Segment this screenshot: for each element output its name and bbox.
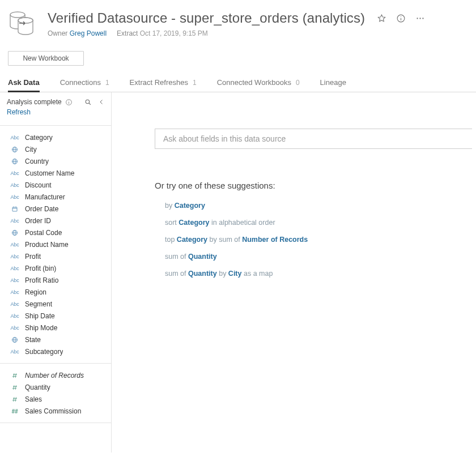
more-actions-icon[interactable] — [415, 13, 425, 23]
tab-label: Lineage — [320, 78, 346, 87]
calculated-type-icon — [10, 407, 19, 415]
field-item[interactable]: Quantity — [0, 381, 111, 393]
suggestion-text: by — [165, 202, 175, 210]
field-item[interactable]: Order Date — [0, 203, 111, 215]
toolbar: New Workbook — [0, 42, 476, 78]
divider — [0, 363, 111, 364]
svg-line-48 — [16, 409, 16, 413]
tab-connections[interactable]: Connections1 — [60, 78, 109, 92]
field-name: Category — [25, 134, 53, 142]
tab-ask-data[interactable]: Ask Data — [8, 78, 40, 92]
abc-type-icon: Abc — [10, 241, 19, 249]
field-item[interactable]: Sales — [0, 393, 111, 405]
owner-link[interactable]: Greg Powell — [70, 29, 107, 37]
field-item[interactable]: City — [0, 143, 111, 155]
abc-type-icon: Abc — [10, 324, 19, 332]
field-item[interactable]: AbcManufacturer — [0, 191, 111, 203]
field-name: Sales Commission — [25, 407, 81, 415]
field-name: Profit (bin) — [25, 265, 56, 272]
field-item[interactable]: AbcRegion — [0, 286, 111, 298]
field-item[interactable]: AbcCustomer Name — [0, 167, 111, 179]
field-name: Product Name — [25, 241, 69, 249]
ask-data-input[interactable] — [155, 129, 472, 149]
abc-type-icon: Abc — [10, 169, 19, 177]
divider — [0, 125, 111, 126]
fields-sidebar: Analysis complete Refresh AbcCategoryCit… — [0, 92, 112, 453]
suggestions-list: by Categorysort Category in alphabetical… — [155, 202, 476, 278]
suggestion-text: by — [217, 270, 228, 278]
tab-label: Connected Workbooks — [217, 78, 291, 87]
favorite-star-icon[interactable] — [376, 13, 386, 23]
number-type-icon — [10, 395, 19, 403]
svg-line-32 — [14, 373, 15, 378]
suggestion-item[interactable]: sum of Quantity — [165, 253, 476, 261]
field-item[interactable]: Sales Commission — [0, 405, 111, 417]
collapse-sidebar-icon[interactable] — [97, 98, 105, 106]
suggestion-item[interactable]: sort Category in alphabetical order — [165, 219, 476, 227]
field-name: Ship Date — [25, 312, 55, 320]
field-name: State — [25, 336, 41, 344]
calendar-type-icon — [10, 205, 19, 213]
tab-count: 1 — [105, 79, 109, 87]
svg-point-11 — [69, 100, 69, 101]
abc-type-icon: Abc — [10, 134, 19, 142]
field-item[interactable]: AbcOrder ID — [0, 215, 111, 227]
field-name: Subcategory — [25, 348, 63, 356]
info-icon[interactable] — [396, 13, 406, 23]
page-title: Verified Datasource - super_store_orders… — [48, 10, 365, 26]
globe-type-icon — [10, 146, 19, 153]
suggestion-item[interactable]: top Category by sum of Number of Records — [165, 236, 476, 244]
field-item[interactable]: Number of Records — [0, 369, 111, 381]
search-fields-icon[interactable] — [84, 98, 92, 106]
status-info-icon[interactable] — [65, 99, 73, 106]
abc-type-icon: Abc — [10, 276, 19, 284]
tab-label: Extract Refreshes — [130, 78, 188, 87]
refresh-link[interactable]: Refresh — [0, 108, 111, 122]
field-item[interactable]: AbcCategory — [0, 131, 111, 143]
field-name: Customer Name — [25, 169, 74, 177]
abc-type-icon: Abc — [10, 193, 19, 201]
field-item[interactable]: State — [0, 334, 111, 345]
field-item[interactable]: AbcSegment — [0, 298, 111, 310]
suggestion-text: sum of — [165, 270, 188, 278]
suggestion-keyword: Number of Records — [242, 236, 308, 244]
field-item[interactable]: AbcSubcategory — [0, 345, 111, 357]
page-header: Verified Datasource - super_store_orders… — [0, 0, 476, 42]
ask-data-panel: Or try one of these suggestions: by Cate… — [112, 92, 476, 453]
field-item[interactable]: AbcProfit — [0, 250, 111, 262]
field-name: Region — [25, 288, 46, 296]
field-item[interactable]: AbcProfit (bin) — [0, 262, 111, 274]
suggestion-item[interactable]: sum of Quantity by City as a map — [165, 270, 476, 278]
field-name: Discount — [25, 181, 52, 189]
field-item[interactable]: AbcDiscount — [0, 179, 111, 191]
field-item[interactable]: AbcShip Date — [0, 310, 111, 322]
field-name: Sales — [25, 395, 42, 403]
tab-lineage[interactable]: Lineage — [320, 78, 346, 92]
owner-label: Owner — [48, 29, 67, 37]
field-item[interactable]: AbcProduct Name — [0, 238, 111, 250]
suggestion-text: sum of — [165, 253, 188, 261]
number-type-icon — [10, 372, 19, 379]
tab-connected-workbooks[interactable]: Connected Workbooks0 — [217, 78, 300, 92]
field-item[interactable]: Postal Code — [0, 227, 111, 238]
svg-line-44 — [12, 409, 13, 413]
svg-line-13 — [89, 103, 91, 105]
field-item[interactable]: AbcProfit Ratio — [0, 274, 111, 286]
abc-type-icon: Abc — [10, 348, 19, 356]
abc-type-icon: Abc — [10, 300, 19, 308]
field-item[interactable]: Country — [0, 155, 111, 167]
suggestion-keyword: Category — [175, 202, 205, 210]
tab-extract-refreshes[interactable]: Extract Refreshes1 — [130, 78, 197, 92]
field-item[interactable]: AbcShip Mode — [0, 322, 111, 334]
new-workbook-button[interactable]: New Workbook — [8, 51, 84, 66]
svg-point-7 — [419, 18, 420, 19]
tab-bar: Ask DataConnections1Extract Refreshes1Co… — [0, 78, 476, 92]
svg-line-36 — [14, 385, 15, 390]
suggestion-keyword: Quantity — [188, 253, 217, 261]
abc-type-icon: Abc — [10, 181, 19, 189]
svg-point-8 — [422, 18, 423, 19]
svg-line-41 — [15, 397, 16, 402]
tab-count: 0 — [296, 79, 300, 87]
svg-line-49 — [17, 409, 18, 413]
suggestion-item[interactable]: by Category — [165, 202, 476, 210]
